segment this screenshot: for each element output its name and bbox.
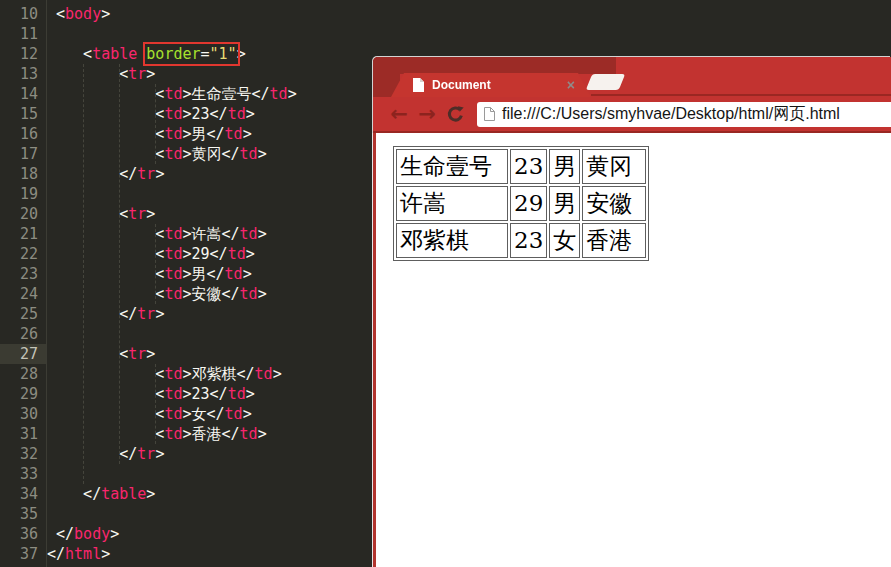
code-token: > — [243, 405, 252, 423]
indent-guide — [155, 84, 156, 164]
titlebar — [373, 57, 616, 74]
line-number: 16 — [0, 124, 46, 144]
code-token: >男</ — [182, 125, 224, 143]
code-token: < — [47, 225, 164, 243]
code-token: td — [164, 405, 182, 423]
table-cell: 男 — [549, 186, 580, 221]
line-number: 36 — [0, 524, 46, 544]
code-token: td — [225, 405, 243, 423]
page-content: 生命壹号23男黄冈许嵩29男安徽邓紫棋23女香港 — [373, 133, 891, 567]
rendered-table: 生命壹号23男黄冈许嵩29男安徽邓紫棋23女香港 — [393, 146, 649, 261]
code-token: >女</ — [182, 405, 224, 423]
code-token: td — [164, 245, 182, 263]
code-token: > — [258, 145, 267, 163]
indent-guide — [119, 64, 120, 464]
browser-window: Document × ← → file:///C:/Users/smyhvae/… — [373, 57, 891, 567]
line-number: 12 — [0, 44, 46, 64]
code-token: td — [164, 145, 182, 163]
code-token: td — [164, 385, 182, 403]
tab-close-icon[interactable]: × — [567, 78, 575, 92]
code-token: </ — [47, 485, 101, 503]
line-number: 34 — [0, 484, 46, 504]
code-token: </ — [47, 545, 65, 563]
code-token: = — [201, 45, 210, 63]
code-token: < — [47, 405, 164, 423]
code-token: > — [246, 245, 255, 263]
code-token: < — [47, 345, 128, 363]
code-token: >香港</ — [182, 425, 239, 443]
code-token: body — [74, 525, 110, 543]
code-token: < — [47, 205, 128, 223]
table-cell: 23 — [510, 149, 547, 184]
line-number: 26 — [0, 324, 46, 344]
line-number: 17 — [0, 144, 46, 164]
code-token: "1" — [210, 45, 237, 63]
code-token: td — [225, 265, 243, 283]
code-token: > — [146, 65, 155, 83]
reload-button[interactable] — [441, 105, 469, 124]
code-token: td — [240, 425, 258, 443]
code-token: td — [164, 85, 182, 103]
code-token: > — [155, 305, 164, 323]
code-token: td — [225, 125, 243, 143]
url-page-icon — [484, 107, 495, 121]
code-text: <td>邓紫棋</td> — [46, 364, 282, 384]
code-text: <td>男</td> — [46, 124, 252, 144]
code-token: td — [164, 125, 182, 143]
code-token: >23</ — [182, 105, 227, 123]
back-button[interactable]: ← — [385, 104, 413, 125]
code-token: < — [47, 425, 164, 443]
code-text: <body> — [46, 4, 110, 24]
code-token: </ — [47, 445, 137, 463]
code-token: >23</ — [182, 385, 227, 403]
new-tab-button[interactable] — [586, 74, 625, 90]
browser-tab[interactable]: Document × — [391, 73, 591, 97]
line-number: 32 — [0, 444, 46, 464]
code-text: </tr> — [46, 164, 164, 184]
code-token: tr — [128, 345, 146, 363]
code-text: <td>安徽</td> — [46, 284, 267, 304]
forward-button[interactable]: → — [413, 104, 441, 125]
table-cell: 男 — [549, 149, 580, 184]
code-token: table — [101, 485, 146, 503]
line-number: 22 — [0, 244, 46, 264]
code-token — [137, 45, 146, 63]
code-token: > — [146, 205, 155, 223]
code-token: >黄冈</ — [182, 145, 239, 163]
table-cell: 女 — [549, 223, 580, 258]
indent-guide — [83, 64, 84, 484]
line-number: 24 — [0, 284, 46, 304]
code-token: border — [146, 45, 200, 63]
code-token: > — [237, 45, 246, 63]
code-token: < — [47, 85, 164, 103]
line-number: 14 — [0, 84, 46, 104]
line-number: 35 — [0, 504, 46, 524]
code-token: >许嵩</ — [182, 225, 239, 243]
browser-toolbar: ← → file:///C:/Users/smyhvae/Desktop/htm… — [373, 97, 891, 133]
line-number: 20 — [0, 204, 46, 224]
code-token: > — [246, 385, 255, 403]
code-text: <tr> — [46, 344, 155, 364]
table-row: 生命壹号23男黄冈 — [396, 149, 646, 184]
line-number: 37 — [0, 544, 46, 564]
table-cell: 29 — [510, 186, 547, 221]
line-number: 25 — [0, 304, 46, 324]
line-number: 13 — [0, 64, 46, 84]
table-row: 邓紫棋23女香港 — [396, 223, 646, 258]
code-text: </table> — [46, 484, 155, 504]
code-token: td — [228, 385, 246, 403]
tab-strip: Document × — [373, 57, 891, 97]
code-token: td — [164, 265, 182, 283]
code-token: body — [65, 5, 101, 23]
line-number: 28 — [0, 364, 46, 384]
indent-guide — [155, 364, 156, 444]
code-token: < — [47, 285, 164, 303]
table-cell: 生命壹号 — [396, 149, 508, 184]
address-bar[interactable]: file:///C:/Users/smyhvae/Desktop/html/网页… — [477, 102, 891, 127]
table-cell: 23 — [510, 223, 547, 258]
tab-title: Document — [432, 78, 491, 92]
code-token: td — [164, 285, 182, 303]
code-text: </html> — [46, 544, 110, 564]
code-text: <td>女</td> — [46, 404, 252, 424]
code-text: <tr> — [46, 204, 155, 224]
